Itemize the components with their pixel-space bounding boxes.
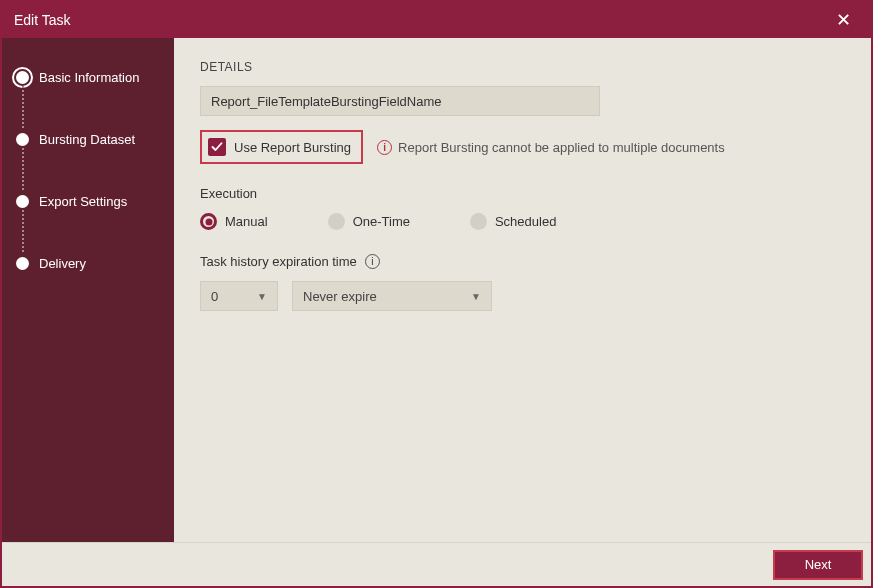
- step-label: Basic Information: [39, 70, 139, 85]
- check-icon: [211, 141, 223, 153]
- use-report-bursting-checkbox[interactable]: [208, 138, 226, 156]
- radio-label: One-Time: [353, 214, 410, 229]
- radio-icon: [328, 213, 345, 230]
- radio-label: Manual: [225, 214, 268, 229]
- use-report-bursting-group[interactable]: Use Report Bursting: [200, 130, 363, 164]
- bursting-row: Use Report Bursting i Report Bursting ca…: [200, 130, 845, 164]
- bursting-warning-text: Report Bursting cannot be applied to mul…: [398, 140, 725, 155]
- step-bullet-icon: [16, 195, 29, 208]
- titlebar: Edit Task ✕: [2, 2, 871, 38]
- radio-icon: [200, 213, 217, 230]
- step-label: Bursting Dataset: [39, 132, 135, 147]
- step-bullet-icon: [16, 257, 29, 270]
- info-icon[interactable]: i: [365, 254, 380, 269]
- step-basic-information[interactable]: Basic Information: [16, 66, 160, 88]
- radio-label: Scheduled: [495, 214, 556, 229]
- history-label-row: Task history expiration time i: [200, 254, 845, 269]
- radio-icon: [470, 213, 487, 230]
- task-name-input[interactable]: [200, 86, 600, 116]
- history-count-select[interactable]: 0 ▼: [200, 281, 278, 311]
- history-count-value: 0: [211, 289, 218, 304]
- execution-heading: Execution: [200, 186, 845, 201]
- next-button[interactable]: Next: [773, 550, 863, 580]
- history-selects: 0 ▼ Never expire ▼: [200, 281, 845, 311]
- step-export-settings[interactable]: Export Settings: [16, 190, 160, 212]
- info-icon: i: [377, 140, 392, 155]
- step-bursting-dataset[interactable]: Bursting Dataset: [16, 128, 160, 150]
- use-report-bursting-label: Use Report Bursting: [234, 140, 351, 155]
- dialog-body: Basic Information Bursting Dataset Expor…: [2, 38, 871, 542]
- content-pane: DETAILS Use Report Bursting i Report Bur…: [174, 38, 871, 542]
- execution-radio-onetime[interactable]: One-Time: [328, 213, 410, 230]
- step-label: Export Settings: [39, 194, 127, 209]
- wizard-sidebar: Basic Information Bursting Dataset Expor…: [2, 38, 174, 542]
- execution-radio-scheduled[interactable]: Scheduled: [470, 213, 556, 230]
- history-expire-value: Never expire: [303, 289, 377, 304]
- dialog-window: Edit Task ✕ Basic Information Bursting D…: [0, 0, 873, 588]
- chevron-down-icon: ▼: [471, 291, 481, 302]
- step-bullet-icon: [16, 71, 29, 84]
- history-label: Task history expiration time: [200, 254, 357, 269]
- window-title: Edit Task: [14, 12, 828, 28]
- execution-radio-group: Manual One-Time Scheduled: [200, 213, 845, 230]
- chevron-down-icon: ▼: [257, 291, 267, 302]
- step-bullet-icon: [16, 133, 29, 146]
- execution-radio-manual[interactable]: Manual: [200, 213, 268, 230]
- history-expire-select[interactable]: Never expire ▼: [292, 281, 492, 311]
- details-heading: DETAILS: [200, 60, 845, 74]
- step-label: Delivery: [39, 256, 86, 271]
- step-delivery[interactable]: Delivery: [16, 252, 160, 274]
- dialog-footer: Next: [2, 542, 871, 586]
- bursting-warning: i Report Bursting cannot be applied to m…: [377, 140, 725, 155]
- close-icon[interactable]: ✕: [828, 7, 859, 33]
